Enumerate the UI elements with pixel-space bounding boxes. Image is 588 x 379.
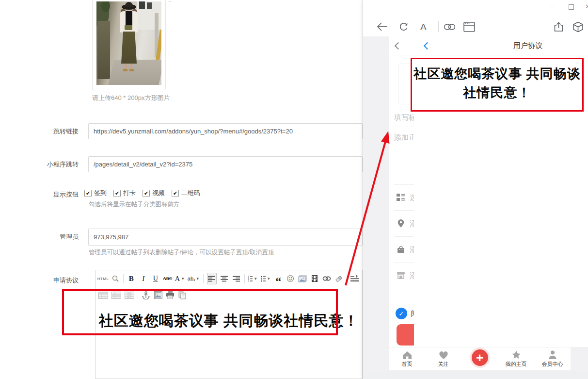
underline-icon[interactable]: U bbox=[151, 273, 160, 284]
simulator-left-margin bbox=[363, 36, 389, 370]
screen: ⁚⁚ 请上传640 * 200px方形图片 bbox=[0, 0, 588, 379]
divider bbox=[394, 184, 414, 185]
mini-jump-input[interactable] bbox=[88, 156, 363, 172]
uploaded-photo bbox=[96, 1, 161, 85]
location-icon bbox=[397, 219, 405, 228]
back-icon[interactable] bbox=[377, 21, 388, 32]
divider bbox=[394, 127, 414, 127]
upload-image-card[interactable] bbox=[92, 0, 166, 90]
checkbox-label: 二维码 bbox=[181, 189, 200, 198]
checkbox-item[interactable]: ✔ 视频 bbox=[143, 189, 165, 198]
window-icon[interactable] bbox=[463, 22, 475, 32]
store-row[interactable]: 添 bbox=[397, 271, 405, 281]
show-buttons-help: 勾选后将显示在帖子分类图标前方 bbox=[89, 200, 180, 209]
divider bbox=[394, 210, 414, 211]
tab-label: 首页 bbox=[402, 361, 413, 368]
top-cut-text-fragment: ⁚⁚ bbox=[168, 0, 175, 2]
tab-label: 会员中心 bbox=[542, 361, 563, 368]
unordered-list-icon[interactable]: ▼ bbox=[261, 273, 270, 284]
tab-follow[interactable]: 关注 bbox=[425, 350, 461, 368]
phone-preview-window: – ✕ A 用户协议 填写标题 添加正文 bbox=[363, 0, 588, 379]
annotation-box-left bbox=[62, 289, 338, 335]
jump-link-input[interactable] bbox=[88, 123, 363, 139]
insert-video-icon[interactable] bbox=[310, 273, 319, 284]
home-icon bbox=[402, 350, 413, 360]
location-row[interactable]: 添 bbox=[397, 219, 405, 230]
simulator-back-icon[interactable] bbox=[395, 42, 402, 50]
admin-input[interactable] bbox=[88, 229, 363, 246]
share-icon[interactable] bbox=[553, 21, 564, 33]
insert-link-icon[interactable] bbox=[322, 273, 331, 284]
admin-label: 管理员 bbox=[10, 232, 79, 241]
category-row[interactable]: 选 bbox=[397, 193, 405, 203]
close-button[interactable]: ✕ bbox=[585, 3, 588, 10]
annotation-text-line1: 社区邀您喝茶议事 共同畅谈 bbox=[412, 65, 582, 83]
html-source-icon[interactable]: HTML bbox=[98, 273, 108, 284]
tab-home[interactable]: 首页 bbox=[389, 350, 425, 368]
font-size-icon[interactable]: A bbox=[420, 22, 427, 33]
page-back-icon[interactable] bbox=[424, 42, 431, 50]
align-left-icon[interactable] bbox=[207, 273, 217, 284]
page-header: 用户协议 bbox=[389, 36, 588, 55]
show-buttons-group: ✔ 签到 ✔ 打卡 ✔ 视频 ✔ 二维码 bbox=[84, 189, 200, 198]
store-icon bbox=[397, 271, 405, 280]
font-color-icon[interactable]: A▼ bbox=[175, 273, 184, 284]
strikethrough-icon[interactable]: ABC bbox=[163, 273, 172, 284]
category-icon bbox=[397, 193, 405, 201]
highlight-icon[interactable]: ab▼ bbox=[188, 273, 200, 284]
remove-format-icon[interactable] bbox=[334, 273, 343, 284]
emoticon-icon[interactable] bbox=[286, 273, 295, 284]
agreement-label: 申请协议 bbox=[10, 276, 79, 285]
goods-row[interactable]: 添 bbox=[397, 245, 405, 255]
package-icon[interactable] bbox=[572, 21, 584, 33]
align-center-icon[interactable] bbox=[220, 273, 229, 284]
checkbox-label: 打卡 bbox=[123, 189, 136, 198]
jump-link-label: 跳转链接 bbox=[10, 127, 79, 136]
star-icon bbox=[511, 350, 522, 360]
simulator-bottom-margin bbox=[363, 370, 588, 379]
preview-icon[interactable] bbox=[111, 273, 120, 284]
divider bbox=[394, 236, 414, 237]
mini-jump-label: 小程序跳转 bbox=[10, 160, 79, 169]
checkbox-label: 签到 bbox=[94, 189, 107, 198]
page-title: 用户协议 bbox=[484, 41, 572, 50]
maximize-button[interactable] bbox=[569, 4, 574, 10]
italic-icon[interactable]: I bbox=[139, 273, 148, 284]
tab-my-page[interactable]: 我的主页 bbox=[498, 350, 534, 368]
insert-image-icon[interactable] bbox=[298, 273, 307, 284]
svg-text:3: 3 bbox=[248, 280, 249, 282]
tabbar: 首页 关注 + 我的主页 会员中心 bbox=[389, 347, 571, 370]
user-icon bbox=[547, 350, 558, 360]
tab-member-center[interactable]: 会员中心 bbox=[534, 350, 571, 368]
agree-row[interactable]: ✓ 阅 bbox=[396, 308, 407, 319]
show-buttons-label: 显示按钮 bbox=[10, 190, 79, 199]
align-right-icon[interactable] bbox=[232, 273, 241, 284]
refresh-icon[interactable] bbox=[398, 21, 409, 32]
tab-label: 关注 bbox=[438, 361, 449, 368]
tab-post[interactable]: + bbox=[461, 351, 498, 367]
annotation-text-line2: 社情民意！ bbox=[412, 83, 582, 102]
annotation-box-right: 社区邀您喝茶议事 共同畅谈 社情民意！ bbox=[411, 58, 584, 112]
checkbox-item[interactable]: ✔ 二维码 bbox=[172, 189, 200, 198]
agree-check-icon[interactable]: ✓ bbox=[396, 308, 407, 319]
editor-toolbar-row1: HTML B I U ABC A▼ ab▼ 123▼ ▼ “ bbox=[95, 270, 362, 287]
bag-icon bbox=[397, 245, 405, 253]
admin-help: 管理员可以通过帖子列表删除帖子/评论，可以设置帖子置顶/取消置顶 bbox=[89, 248, 274, 257]
checkbox-checked-icon[interactable]: ✔ bbox=[84, 190, 92, 197]
checkbox-checked-icon[interactable]: ✔ bbox=[143, 190, 150, 197]
indent-icon[interactable] bbox=[350, 273, 359, 284]
link-icon[interactable] bbox=[444, 23, 456, 31]
checkbox-checked-icon[interactable]: ✔ bbox=[172, 190, 179, 197]
upload-hint: 请上传640 * 200px方形图片 bbox=[92, 94, 170, 102]
ordered-list-icon[interactable]: 123▼ bbox=[248, 273, 257, 284]
checkbox-item[interactable]: ✔ 签到 bbox=[84, 189, 107, 198]
checkbox-item[interactable]: ✔ 打卡 bbox=[113, 189, 136, 198]
bold-icon[interactable]: B bbox=[127, 273, 136, 284]
simulator-right-margin bbox=[571, 347, 588, 370]
toolbar-divider bbox=[438, 21, 439, 32]
checkbox-checked-icon[interactable]: ✔ bbox=[113, 190, 121, 197]
blockquote-icon[interactable]: “ bbox=[274, 271, 283, 286]
divider bbox=[394, 263, 414, 263]
minimize-button[interactable]: – bbox=[550, 3, 554, 10]
plus-icon[interactable]: + bbox=[472, 349, 488, 366]
